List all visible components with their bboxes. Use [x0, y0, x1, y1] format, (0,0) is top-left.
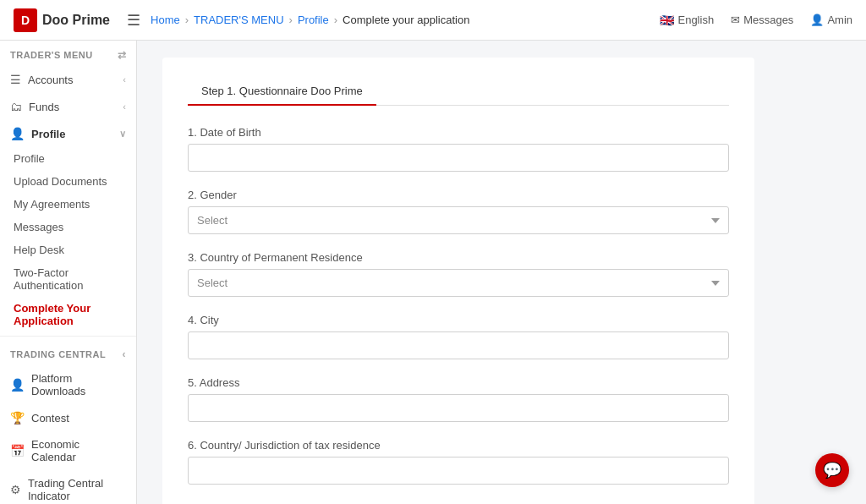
contest-label: Contest: [31, 412, 69, 425]
sidebar-sub-messages[interactable]: Messages: [0, 216, 136, 238]
sidebar-sub-profile[interactable]: Profile: [0, 147, 136, 170]
profile-icon: 👤: [10, 127, 25, 140]
funds-icon: 🗂: [10, 100, 22, 113]
layout: TRADER'S MENU ⇄ ☰ Accounts ‹ 🗂 Funds ‹ 👤…: [0, 41, 866, 504]
label-gender: 2. Gender: [188, 189, 729, 201]
profile-label: Profile: [31, 128, 65, 140]
sidebar-sub-my-agreements[interactable]: My Agreements: [0, 193, 136, 216]
label-address: 5. Address: [188, 376, 729, 389]
platform-downloads-label: Platform Downloads: [31, 372, 126, 397]
input-date_of_birth[interactable]: [188, 144, 729, 172]
economic-calendar-icon: 📅: [10, 444, 25, 457]
input-country_tax[interactable]: [188, 457, 729, 485]
sidebar-divider: [0, 336, 136, 337]
sidebar-sub-complete-application[interactable]: Complete Your Application: [0, 297, 136, 332]
breadcrumb-sep1: ›: [185, 14, 189, 26]
profile-chevron-icon: ∨: [119, 129, 126, 140]
form-group-country_residence: 3. Country of Permanent ResidenceSelect: [188, 251, 729, 297]
economic-calendar-label: Economic Calendar: [31, 438, 126, 463]
sidebar-sub-help-desk[interactable]: Help Desk: [0, 238, 136, 261]
form-group-city: 4. City: [188, 314, 729, 359]
sidebar-sub-two-factor[interactable]: Two-Factor Authentication: [0, 261, 136, 297]
breadcrumb-profile[interactable]: Profile: [298, 14, 329, 26]
sidebar-item-contest[interactable]: 🏆 Contest: [0, 404, 136, 431]
label-country_tax: 6. Country/ Jurisdiction of tax residenc…: [188, 439, 729, 452]
form-fields: 1. Date of Birth2. GenderSelect3. Countr…: [188, 126, 729, 504]
user-menu[interactable]: 👤 Amin: [810, 14, 852, 26]
sidebar-item-trading-central-indicator[interactable]: ⚙ Trading Central Indicator: [0, 470, 136, 504]
logo-icon: D: [14, 8, 37, 32]
breadcrumb-sep2: ›: [289, 14, 293, 26]
funds-chevron-icon: ‹: [123, 101, 126, 112]
funds-label: Funds: [29, 101, 59, 113]
select-gender[interactable]: Select: [188, 206, 729, 234]
step-tab-1[interactable]: Step 1. Questionnaire Doo Prime: [188, 78, 376, 106]
traders-menu-header: TRADER'S MENU ⇄: [0, 41, 136, 66]
trading-central-label: Trading Central: [10, 349, 106, 359]
input-city[interactable]: [188, 331, 729, 359]
form-group-gender: 2. GenderSelect: [188, 189, 729, 234]
navbar-right: 🇬🇧 English ✉ Messages 👤 Amin: [660, 14, 852, 27]
trading-central-indicator-label: Trading Central Indicator: [28, 477, 126, 502]
logo-text: Doo Prime: [42, 13, 110, 28]
breadcrumb-home[interactable]: Home: [151, 14, 180, 26]
accounts-label: Accounts: [28, 74, 73, 86]
sidebar-item-platform-downloads[interactable]: 👤 Platform Downloads: [0, 365, 136, 404]
user-icon: 👤: [810, 14, 824, 26]
traders-menu-collapse-icon[interactable]: ⇄: [118, 49, 127, 61]
messages-label: Messages: [743, 14, 793, 26]
trading-central-header: Trading Central ‹: [0, 340, 136, 365]
sidebar-item-economic-calendar[interactable]: 📅 Economic Calendar: [0, 431, 136, 470]
chat-icon: 💬: [823, 461, 841, 479]
sidebar: TRADER'S MENU ⇄ ☰ Accounts ‹ 🗂 Funds ‹ 👤…: [0, 41, 137, 504]
envelope-icon: ✉: [731, 14, 740, 26]
user-name: Amin: [827, 14, 852, 26]
language-label: English: [677, 14, 714, 26]
logo: D Doo Prime: [14, 8, 110, 32]
navbar: D Doo Prime ☰ Home › TRADER'S MENU › Pro…: [0, 0, 866, 41]
select-country_residence[interactable]: Select: [188, 269, 729, 297]
main-content: Step 1. Questionnaire Doo Prime 1. Date …: [137, 41, 866, 504]
breadcrumb-current: Complete your application: [343, 14, 469, 26]
platform-downloads-icon: 👤: [10, 378, 25, 392]
traders-menu-label: TRADER'S MENU: [10, 50, 93, 60]
language-selector[interactable]: 🇬🇧 English: [660, 14, 714, 27]
hamburger-icon[interactable]: ☰: [127, 11, 140, 30]
form-group-address: 5. Address: [188, 376, 729, 422]
flag-icon: 🇬🇧: [660, 14, 674, 27]
messages-link[interactable]: ✉ Messages: [731, 14, 793, 26]
label-date_of_birth: 1. Date of Birth: [188, 126, 729, 139]
breadcrumb-traders-menu[interactable]: TRADER'S MENU: [194, 14, 284, 26]
trading-central-collapse-icon[interactable]: ‹: [123, 348, 127, 360]
label-country_residence: 3. Country of Permanent Residence: [188, 251, 729, 264]
form-group-date_of_birth: 1. Date of Birth: [188, 126, 729, 172]
contest-icon: 🏆: [10, 411, 25, 425]
chat-bubble[interactable]: 💬: [815, 453, 849, 487]
breadcrumb: Home › TRADER'S MENU › Profile › Complet…: [151, 14, 660, 26]
form-group-country_tax: 6. Country/ Jurisdiction of tax residenc…: [188, 439, 729, 485]
step-tabs: Step 1. Questionnaire Doo Prime: [188, 78, 729, 106]
sidebar-sub-upload-documents[interactable]: Upload Documents: [0, 170, 136, 193]
input-address[interactable]: [188, 394, 729, 422]
breadcrumb-sep3: ›: [334, 14, 337, 26]
accounts-chevron-icon: ‹: [123, 74, 126, 85]
accounts-icon: ☰: [10, 73, 21, 86]
content-card: Step 1. Questionnaire Doo Prime 1. Date …: [162, 58, 754, 504]
sidebar-item-accounts[interactable]: ☰ Accounts ‹: [0, 66, 136, 93]
trading-central-indicator-icon: ⚙: [10, 483, 21, 496]
sidebar-item-funds[interactable]: 🗂 Funds ‹: [0, 93, 136, 120]
sidebar-item-profile[interactable]: 👤 Profile ∨: [0, 120, 136, 147]
label-city: 4. City: [188, 314, 729, 326]
